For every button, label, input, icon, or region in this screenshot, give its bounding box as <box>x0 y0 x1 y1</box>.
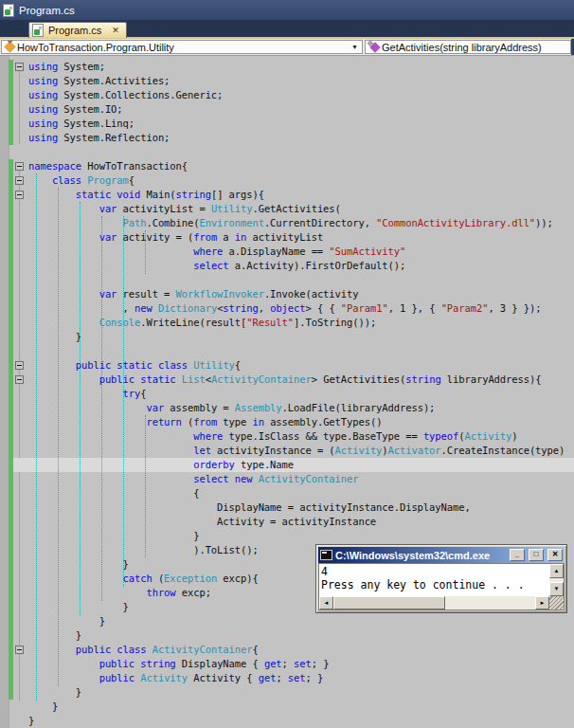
window-title: Program.cs <box>19 5 75 16</box>
code-text[interactable]: using System;using System.Activities;usi… <box>0 60 574 728</box>
members-dropdown-value: GetActivities(string libraryAddress) <box>382 42 542 53</box>
cmd-window[interactable]: C:\Windows\system32\cmd.exe _ □ ✕ 4Press… <box>315 544 567 613</box>
code-line[interactable] <box>0 273 574 287</box>
code-line[interactable]: public string DisplayName { get; set; } <box>0 657 574 671</box>
console-output-line: Press any key to continue . . . <box>321 578 525 592</box>
code-line[interactable]: static void Main(string[] args){ <box>0 188 574 202</box>
code-line[interactable]: try{ <box>0 387 574 401</box>
maximize-button[interactable]: □ <box>529 549 544 561</box>
minimize-button[interactable]: _ <box>510 549 525 561</box>
code-line[interactable]: public static class Utility{ <box>0 358 574 373</box>
code-line[interactable]: public Activity Activity { get; set; } <box>0 671 574 685</box>
code-line[interactable]: Activity = activityInstance <box>0 515 574 529</box>
resize-grip[interactable] <box>549 596 564 610</box>
code-line[interactable]: } <box>0 529 574 543</box>
code-line[interactable]: where type.IsClass && type.BaseType == t… <box>0 429 574 444</box>
scrollbar-thumb[interactable] <box>333 596 445 610</box>
code-line[interactable]: { <box>0 486 574 500</box>
horizontal-scrollbar[interactable]: ◄ ► <box>319 596 549 610</box>
code-line[interactable]: class Program{ <box>0 173 574 188</box>
vs-floating-document-window: Program.cs Program.cs ✕ HowToTransaction… <box>0 0 574 728</box>
code-line[interactable]: Console.WriteLine(result["Result"].ToStr… <box>0 316 574 330</box>
code-line[interactable]: using System.Reflection; <box>0 131 574 145</box>
code-line[interactable]: using System.Linq; <box>0 117 574 131</box>
code-line[interactable]: namespace HowToTransaction{ <box>0 159 574 173</box>
code-line[interactable]: public class ActivityContainer{ <box>0 643 574 657</box>
types-dropdown-value: HowToTransaction.Program.Utility <box>17 42 174 53</box>
code-line[interactable]: orderby type.Name <box>0 458 574 472</box>
code-line[interactable]: DisplayName = activityInstance.DisplayNa… <box>0 500 574 515</box>
code-line[interactable]: var assembly = Assembly.LoadFile(library… <box>0 401 574 415</box>
scroll-left-icon[interactable]: ◄ <box>319 596 333 610</box>
code-line[interactable]: Path.Combine(Environment.CurrentDirector… <box>0 216 574 230</box>
console-output: 4Press any key to continue . . . <box>321 565 525 592</box>
code-line[interactable]: using System.IO; <box>0 102 574 117</box>
tab-label: Program.cs <box>48 25 101 36</box>
code-line[interactable] <box>0 145 574 159</box>
code-line[interactable]: } <box>0 330 574 344</box>
code-line[interactable] <box>0 344 574 358</box>
code-line[interactable]: using System; <box>0 60 574 74</box>
types-dropdown[interactable]: HowToTransaction.Program.Utility ▼ <box>1 40 363 54</box>
code-line[interactable]: } <box>0 685 574 700</box>
scroll-down-icon[interactable]: ▼ <box>549 582 564 596</box>
code-line[interactable]: using System.Activities; <box>0 74 574 88</box>
csharp-file-icon <box>3 4 14 17</box>
code-line[interactable]: } <box>0 628 574 643</box>
code-line[interactable]: } <box>0 714 574 728</box>
method-icon <box>369 42 380 52</box>
scroll-up-icon[interactable]: ▲ <box>549 564 564 578</box>
vertical-scrollbar[interactable]: ▲ ▼ <box>549 564 564 596</box>
tab-program-cs[interactable]: Program.cs ✕ <box>28 22 127 38</box>
code-line[interactable]: public static List<ActivityContainer> Ge… <box>0 373 574 387</box>
code-line[interactable]: var activityList = Utility.GetActivities… <box>0 202 574 216</box>
cmd-titlebar[interactable]: C:\Windows\system32\cmd.exe _ □ ✕ <box>318 547 565 563</box>
code-line[interactable]: let activityInstance = (Activity)Activat… <box>0 444 574 458</box>
code-line[interactable]: return (from type in assembly.GetTypes() <box>0 415 574 429</box>
code-line[interactable]: } <box>0 700 574 714</box>
code-line[interactable]: select new ActivityContainer <box>0 472 574 486</box>
cmd-window-title: C:\Windows\system32\cmd.exe <box>335 550 506 561</box>
code-line[interactable]: using System.Collections.Generic; <box>0 88 574 102</box>
cmd-icon <box>320 550 332 560</box>
close-icon[interactable]: ✕ <box>112 26 119 35</box>
csharp-file-icon <box>32 24 44 37</box>
code-editor[interactable]: using System;using System.Activities;usi… <box>0 55 574 728</box>
chevron-down-icon[interactable]: ▼ <box>351 44 358 50</box>
class-icon <box>4 41 16 53</box>
code-line[interactable]: where a.DisplayName == "SumActivity" <box>0 245 574 259</box>
document-tab-strip: Program.cs ✕ <box>0 20 574 39</box>
members-dropdown[interactable]: GetActivities(string libraryAddress) <box>365 40 571 54</box>
code-line[interactable]: , new Dictionary<string, object> { { "Pa… <box>0 301 574 316</box>
console-output-line: 4 <box>321 565 525 578</box>
code-line[interactable]: var result = WorkflowInvoker.Invoke(acti… <box>0 287 574 301</box>
code-line[interactable]: } <box>0 614 574 628</box>
scroll-right-icon[interactable]: ► <box>535 596 549 610</box>
window-titlebar[interactable]: Program.cs <box>0 0 574 20</box>
console-client-area[interactable]: 4Press any key to continue . . . ▲ ▼ ◄ ► <box>318 563 565 610</box>
code-line[interactable]: var activity = (from a in activityList <box>0 230 574 245</box>
navigation-bar: HowToTransaction.Program.Utility ▼ GetAc… <box>0 39 574 55</box>
code-line[interactable]: select a.Activity).FirstOrDefault(); <box>0 259 574 273</box>
close-button[interactable]: ✕ <box>547 549 563 561</box>
